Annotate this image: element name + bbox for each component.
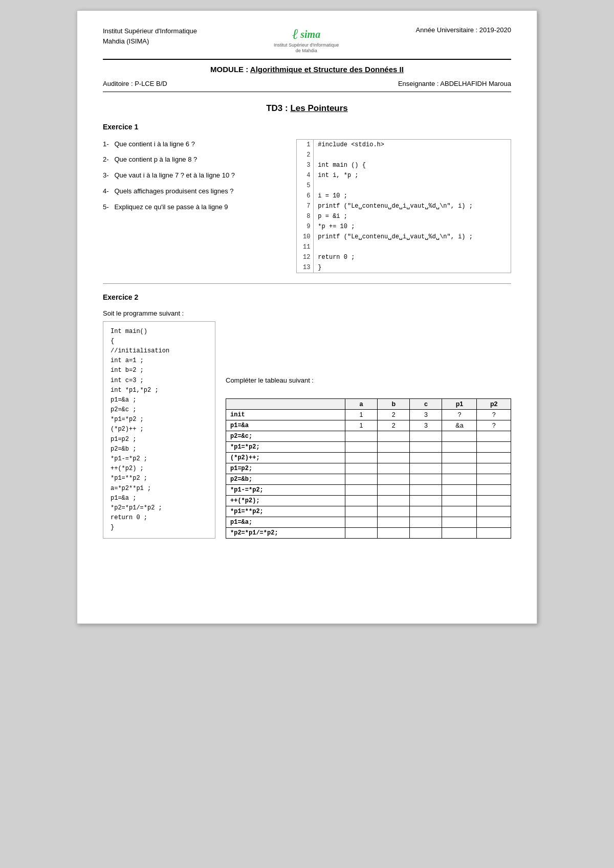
table-value-cell bbox=[442, 495, 477, 506]
table-row: (*p2)++; bbox=[226, 452, 511, 463]
exercise1-code: 1#include <stdio.h>23int main () {4 int … bbox=[296, 139, 511, 273]
table-value-cell bbox=[410, 527, 442, 538]
code-line-row: 1#include <stdio.h> bbox=[297, 140, 511, 150]
table-value-cell: ? bbox=[477, 420, 511, 431]
row-label-cell: init bbox=[226, 409, 345, 420]
table-row: p2=&c; bbox=[226, 431, 511, 441]
table-value-cell: ? bbox=[477, 409, 511, 420]
line-code bbox=[314, 242, 511, 252]
program-line: *p1=**p2 ; bbox=[111, 474, 208, 483]
logo: ℓ sima bbox=[292, 26, 320, 42]
table-value-cell: 1 bbox=[345, 409, 377, 420]
table-value-cell: 1 bbox=[345, 420, 377, 431]
line-code: #include <stdio.h> bbox=[314, 140, 511, 150]
question-2: 2- Que contient p à la ligne 8 ? bbox=[103, 154, 281, 165]
table-value-cell bbox=[378, 517, 410, 527]
question-1: 1- Que contient i à la ligne 6 ? bbox=[103, 139, 281, 150]
table-value-cell: &a bbox=[442, 420, 477, 431]
code-line-row: 13} bbox=[297, 262, 511, 273]
table-value-cell bbox=[442, 431, 477, 441]
line-number: 13 bbox=[297, 262, 314, 273]
table-value-cell bbox=[477, 527, 511, 538]
line-number: 1 bbox=[297, 140, 314, 150]
code-line-row: 2 bbox=[297, 150, 511, 160]
line-number: 8 bbox=[297, 211, 314, 221]
row-label-cell: p2=&c; bbox=[226, 431, 345, 441]
header-left: Institut Supérieur d'Informatique Mahdia… bbox=[103, 26, 197, 46]
table-row: *p2=*p1/=*p2; bbox=[226, 527, 511, 538]
line-code: int main () { bbox=[314, 160, 511, 170]
ex2-left-label: Soit le programme suivant : bbox=[103, 309, 215, 317]
table-value-cell bbox=[442, 527, 477, 538]
module-title: MODULE : Algorithmique et Structure des … bbox=[103, 65, 511, 74]
row-label-cell: p2=&b; bbox=[226, 474, 345, 484]
question-5: 5- Expliquez ce qu'il se passe à la lign… bbox=[103, 202, 281, 213]
table-value-cell bbox=[410, 495, 442, 506]
table-value-cell: 2 bbox=[378, 420, 410, 431]
table-value-cell bbox=[378, 527, 410, 538]
exercise2-program: Int main(){ //initialisation int a=1 ; i… bbox=[103, 321, 215, 539]
exercise1-questions: 1- Que contient i à la ligne 6 ? 2- Que … bbox=[103, 139, 281, 273]
table-value-cell: 3 bbox=[410, 409, 442, 420]
table-value-cell bbox=[410, 506, 442, 517]
table-value-cell bbox=[378, 431, 410, 441]
line-number: 5 bbox=[297, 181, 314, 191]
table-value-cell bbox=[410, 463, 442, 474]
program-line: p2=&c ; bbox=[111, 405, 208, 415]
table-value-cell bbox=[410, 452, 442, 463]
table-row: p2=&b; bbox=[226, 474, 511, 484]
logo-subtitle: Institut Supérieur d'Informatique de Mah… bbox=[274, 42, 339, 54]
line-code: printf ("Le␣contenu␣de␣i␣vaut␣%d␣\n", i)… bbox=[314, 201, 511, 211]
line-code: return 0 ; bbox=[314, 252, 511, 262]
table-value-cell bbox=[378, 452, 410, 463]
table-col-header: b bbox=[378, 398, 410, 409]
table-value-cell bbox=[410, 474, 442, 484]
table-value-cell bbox=[410, 517, 442, 527]
row-label-cell: *p1=*p2; bbox=[226, 441, 345, 452]
table-value-cell bbox=[345, 517, 377, 527]
code-line-row: 6 i = 10 ; bbox=[297, 191, 511, 201]
exercise2-right: Compléter le tableau suivant : abcp1p2in… bbox=[226, 309, 511, 539]
exercise1-content: 1- Que contient i à la ligne 6 ? 2- Que … bbox=[103, 139, 511, 273]
page: Institut Supérieur d'Informatique Mahdia… bbox=[77, 10, 537, 624]
line-number: 7 bbox=[297, 201, 314, 211]
table-value-cell bbox=[378, 441, 410, 452]
td-subject: Les Pointeurs bbox=[290, 103, 347, 113]
program-line: ++(*p2) ; bbox=[111, 464, 208, 474]
line-number: 4 bbox=[297, 170, 314, 181]
logo-text: sima bbox=[300, 29, 320, 40]
program-line: int *p1,*p2 ; bbox=[111, 386, 208, 395]
table-value-cell bbox=[345, 441, 377, 452]
exercise1-title: Exercice 1 bbox=[103, 123, 511, 131]
line-code bbox=[314, 181, 511, 191]
table-value-cell bbox=[410, 431, 442, 441]
table-value-cell bbox=[477, 484, 511, 495]
question-3: 3- Que vaut i à la ligne 7 ? et à la lig… bbox=[103, 170, 281, 181]
table-row: *p1-=*p2; bbox=[226, 484, 511, 495]
table-value-cell bbox=[345, 431, 377, 441]
table-value-cell bbox=[442, 474, 477, 484]
line-number: 12 bbox=[297, 252, 314, 262]
table-value-cell bbox=[477, 452, 511, 463]
line-number: 6 bbox=[297, 191, 314, 201]
table-value-cell bbox=[410, 441, 442, 452]
row-label-cell: p1=&a bbox=[226, 420, 345, 431]
table-col-header: p2 bbox=[477, 398, 511, 409]
table-value-cell bbox=[442, 452, 477, 463]
table-col-header bbox=[226, 398, 345, 409]
td-title: TD3 : Les Pointeurs bbox=[103, 103, 511, 114]
logo-subtitle-line1: Institut Supérieur d'Informatique bbox=[274, 42, 339, 48]
code-line-row: 7 printf ("Le␣contenu␣de␣i␣vaut␣%d␣\n", … bbox=[297, 201, 511, 211]
program-line: p1=&a ; bbox=[111, 494, 208, 503]
program-line: *p1=*p2 ; bbox=[111, 415, 208, 425]
logo-subtitle-line2: de Mahdia bbox=[274, 48, 339, 54]
program-line: int b=2 ; bbox=[111, 366, 208, 375]
table-value-cell bbox=[345, 452, 377, 463]
code-line-row: 12 return 0 ; bbox=[297, 252, 511, 262]
table-value-cell bbox=[477, 441, 511, 452]
table-value-cell bbox=[442, 484, 477, 495]
question-4: 4- Quels affichages produisent ces ligne… bbox=[103, 186, 281, 197]
table-value-cell bbox=[345, 506, 377, 517]
ex2-right-label: Compléter le tableau suivant : bbox=[226, 376, 511, 384]
table-value-cell bbox=[477, 463, 511, 474]
